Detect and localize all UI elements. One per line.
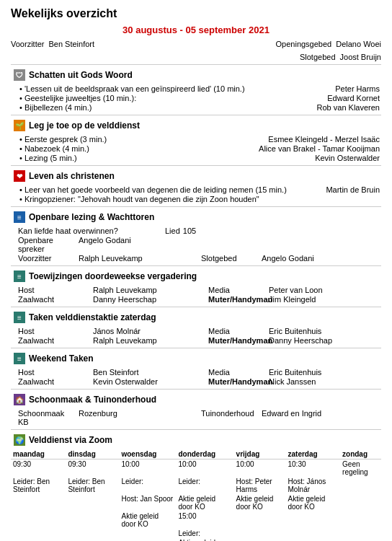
spreker-label: Openbare spreker: [18, 236, 76, 253]
col-woensdag: woensdag: [119, 449, 176, 459]
divider: [11, 429, 381, 430]
lied-num-label: Lied: [165, 226, 180, 235]
openbare-voorzitter-value: Ralph Leuvekamp: [79, 254, 198, 263]
item-name: Peter Harms: [335, 84, 380, 93]
christenen-icon: ❤: [14, 170, 25, 182]
donderdag-extra-time: 15:00: [176, 511, 233, 529]
host-value: Ben Steinfort: [93, 368, 205, 377]
zaterdag-icon: ≡: [14, 312, 25, 323]
vrijdag-aktie: Aktie geleid door KO: [234, 494, 286, 511]
openingsgebed-value: Delano Woei: [336, 40, 381, 48]
zaterdag-host: Host: János Molnár: [286, 477, 341, 494]
voorzitter-value: Ben Steinfort: [48, 40, 94, 61]
table-row: Leider: Ben Steinfort Leider: Ben Steinf…: [11, 477, 381, 494]
section-velddienst: 🌱 Leg je toe op de velddienst Eerste ges…: [11, 118, 381, 162]
woensdag-aktie: Aktie geleid door KO: [119, 511, 176, 529]
openbare-icon: ≡: [14, 211, 25, 223]
schoonmaak-row: Schoonmaak KB Rozenburg Tuinonderhoud Ed…: [18, 409, 381, 426]
zondag-empty5: [340, 538, 381, 541]
lied-num: 105: [183, 226, 196, 235]
col-donderdag: donderdag: [176, 449, 233, 459]
section-schatten-header: 🛡 Schatten uit Gods Woord: [11, 68, 381, 82]
item-text: Geestelijke juweeltjes (10 min.):: [19, 94, 327, 102]
velddienst-zoom-table: maandag dinsdag woensdag donderdag vrijd…: [11, 449, 381, 541]
muter-value: Danny Heerschap: [269, 336, 381, 345]
host-value: Ralph Leuvekamp: [93, 286, 205, 294]
zaalwacht-label: Zaalwacht: [18, 336, 90, 345]
velddienst-icon: 🌱: [14, 120, 25, 131]
donderdag-leider: Leider:: [176, 477, 233, 494]
media-label: Media: [208, 327, 266, 335]
openbare-slotgebed-value: Angelo Godani: [262, 254, 381, 263]
toewijzingen-icon: ≡: [14, 270, 25, 282]
list-item: Leer van het goede voorbeeld van degenen…: [18, 185, 381, 194]
main-slotgebed-value: Joost Bruijn: [340, 53, 381, 61]
section-zoom: 🌍 Velddienst via Zoom maandag dinsdag wo…: [11, 433, 381, 541]
zondag-empty4: [340, 529, 381, 538]
section-toewijzingen: ≡ Toewijzingen doordeweekse vergadering …: [11, 269, 381, 304]
vrijdag-host: Host: Peter Harms: [234, 477, 286, 494]
divider: [11, 307, 381, 307]
section-zaterdag-header: ≡ Taken velddienstaktie zaterdag: [11, 310, 381, 325]
empty: [201, 236, 259, 253]
item-text: Lezing (5 min.): [19, 154, 315, 162]
divider: [11, 348, 381, 348]
christenen-title: Leven als christenen: [29, 171, 115, 181]
zaterdag-empty3: [286, 538, 341, 541]
zaterdag-title: Taken velddienstaktie zaterdag: [29, 312, 156, 322]
dinsdag-time: 09:30: [66, 459, 119, 478]
col-maandag: maandag: [11, 449, 66, 459]
col-zondag: zondag: [340, 449, 381, 459]
woensdag-empty: [119, 529, 176, 538]
weekend-title: Weekend Taken: [29, 353, 94, 364]
vrijdag-time: 10:00: [234, 459, 286, 478]
list-item: Geestelijke juweeltjes (10 min.): Edward…: [18, 94, 381, 102]
donderdag-extra-aktie: Aktie geleid door KO: [176, 538, 233, 541]
weekend-grid: Host Ben Steinfort Media Eric Buitenhuis…: [18, 368, 381, 386]
maandag-empty3: [11, 529, 66, 538]
openbare-voorzitter-label: Voorzitter: [18, 254, 76, 263]
zoom-title: Velddienst via Zoom: [29, 435, 112, 445]
section-schoonmaak-header: 🏠 Schoonmaak & Tuinonderhoud: [11, 392, 381, 407]
maandag-time: 09:30: [11, 459, 66, 478]
media-value: Eric Buitenhuis: [269, 327, 381, 335]
host-label: Host: [18, 327, 90, 335]
item-text: Bijbellezen (4 min.): [19, 103, 317, 112]
divider: [11, 265, 381, 266]
zaterdag-empty2: [286, 529, 341, 538]
section-zaterdag: ≡ Taken velddienstaktie zaterdag Host Já…: [11, 310, 381, 345]
zondag-empty: [340, 477, 381, 494]
donderdag-aktie: Aktie geleid door KO: [176, 494, 233, 511]
section-christenen-header: ❤ Leven als christenen: [11, 169, 381, 183]
section-christenen: ❤ Leven als christenen Leer van het goed…: [11, 169, 381, 203]
list-item: Bijbellezen (4 min.) Rob van Klaveren: [18, 103, 381, 112]
zondag-time: Geen regeling: [340, 459, 381, 478]
spreker-value: Angelo Godani: [79, 236, 198, 253]
schoonmaak-label: Schoonmaak KB: [18, 409, 76, 426]
schatten-icon: 🛡: [14, 69, 25, 81]
zaterdag-grid: Host János Molnár Media Eric Buitenhuis …: [18, 327, 381, 345]
zaalwacht-value: Danny Heerschap: [93, 295, 205, 304]
slotgebed-label: Slotgebed: [300, 53, 336, 61]
col-vrijdag: vrijdag: [234, 449, 286, 459]
zondag-empty2: [340, 494, 381, 511]
list-item: Nabezoek (4 min.) Alice van Brakel - Tam…: [18, 144, 381, 153]
vrijdag-empty3: [234, 538, 286, 541]
maandag-empty2: [11, 511, 66, 529]
col-dinsdag: dinsdag: [66, 449, 119, 459]
section-weekend-header: ≡ Weekend Taken: [11, 351, 381, 366]
item-text: Nabezoek (4 min.): [19, 144, 259, 153]
section-weekend: ≡ Weekend Taken Host Ben Steinfort Media…: [11, 351, 381, 386]
item-text: Kringopziener: "Jehovah houdt van degene…: [19, 195, 380, 203]
media-value: Eric Buitenhuis: [269, 368, 381, 377]
divider: [11, 165, 381, 166]
voorzitter-slotgebed-row: Voorzitter Ralph Leuvekamp Slotgebed Ang…: [18, 254, 381, 263]
donderdag-extra-leider: Leider:: [176, 529, 233, 538]
lied-row: Kan liefde haat overwinnen? Lied 105: [18, 226, 381, 235]
woensdag-leider: Leider:: [119, 477, 176, 494]
section-schoonmaak: 🏠 Schoonmaak & Tuinonderhoud Schoonmaak …: [11, 392, 381, 426]
item-text: Leer van het goede voorbeeld van degenen…: [19, 185, 326, 194]
openbare-title: Openbare lezing & Wachttoren: [29, 212, 154, 222]
table-row: Leider:: [11, 529, 381, 538]
kan-liefde-text: Kan liefde haat overwinnen?: [18, 226, 162, 235]
